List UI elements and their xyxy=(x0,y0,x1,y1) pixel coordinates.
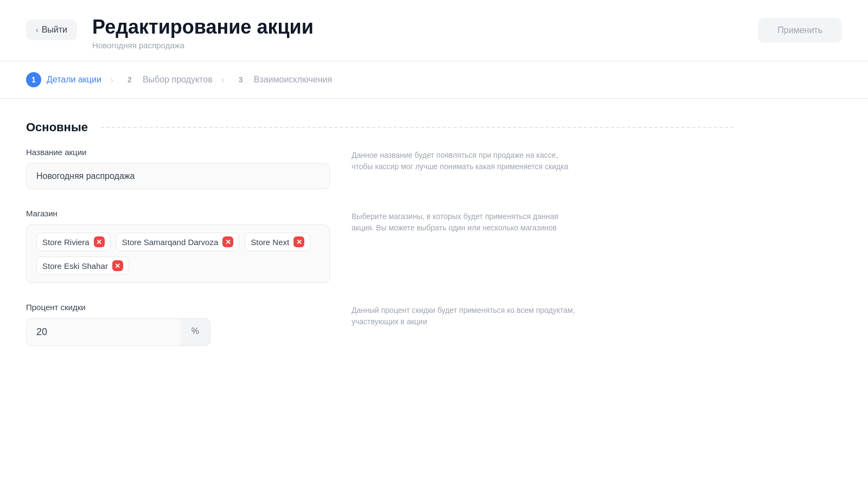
promo-name-field-left: Название акции xyxy=(26,147,330,189)
steps-bar: 1 Детали акции › 2 Выбор продуктов › 3 В… xyxy=(0,61,868,99)
tag-store-eski-name: Store Eski Shahar xyxy=(42,261,108,271)
tag-store-riviera-name: Store Riviera xyxy=(42,237,90,247)
page-subtitle: Новогодняя распродажа xyxy=(92,41,842,50)
step-3-number: 3 xyxy=(233,72,248,87)
back-label: Выйти xyxy=(42,25,67,35)
page-title: Редактирование акции xyxy=(92,15,842,38)
promo-name-hint: Данное название будет появляться при про… xyxy=(352,147,579,172)
step-3-label: Взаимоисключения xyxy=(254,75,333,85)
tag-store-samarqand: Store Samarqand Darvoza ✕ xyxy=(116,233,240,251)
discount-unit: % xyxy=(181,318,210,346)
step-3[interactable]: 3 Взаимоисключения xyxy=(233,72,333,87)
remove-store-riviera-button[interactable]: ✕ xyxy=(94,236,105,247)
discount-input-wrap: % xyxy=(26,318,210,346)
main-content: Основные Название акции Данное название … xyxy=(0,99,760,387)
apply-button[interactable]: Применить xyxy=(758,18,842,43)
promo-name-input[interactable] xyxy=(26,163,330,189)
discount-input[interactable] xyxy=(26,318,181,346)
tag-store-eski: Store Eski Shahar ✕ xyxy=(36,256,129,275)
tag-store-next: Store Next ✕ xyxy=(245,233,310,251)
step-2[interactable]: 2 Выбор продуктов xyxy=(122,72,213,87)
step-1-label: Детали акции xyxy=(47,75,101,85)
tag-store-next-name: Store Next xyxy=(251,237,289,247)
step-1[interactable]: 1 Детали акции xyxy=(26,72,101,87)
tag-store-samarqand-name: Store Samarqand Darvoza xyxy=(122,237,219,247)
discount-label: Процент скидки xyxy=(26,303,330,312)
store-field-left: Магазин Store Riviera ✕ Store Samarqand … xyxy=(26,209,330,283)
remove-store-samarqand-button[interactable]: ✕ xyxy=(222,236,233,247)
back-button[interactable]: ‹ Выйти xyxy=(26,20,77,40)
step-1-number: 1 xyxy=(26,72,41,87)
store-field-row: Магазин Store Riviera ✕ Store Samarqand … xyxy=(26,209,733,283)
page-header: ‹ Выйти Редактирование акции Новогодняя … xyxy=(0,0,868,61)
step-arrow-1: › xyxy=(110,74,113,86)
tag-store-riviera: Store Riviera ✕ xyxy=(36,233,111,251)
remove-store-eski-button[interactable]: ✕ xyxy=(112,260,123,271)
promo-name-field-row: Название акции Данное название будет поя… xyxy=(26,147,733,189)
step-2-label: Выбор продуктов xyxy=(143,75,213,85)
discount-hint: Данный процент скидки будет применяться … xyxy=(352,303,579,328)
discount-field-row: Процент скидки % Данный процент скидки б… xyxy=(26,303,733,346)
store-hint: Выберите магазины, в которых будет приме… xyxy=(352,209,579,234)
header-title-block: Редактирование акции Новогодняя распрода… xyxy=(92,15,842,50)
step-2-number: 2 xyxy=(122,72,137,87)
step-arrow-2: › xyxy=(221,74,225,86)
chevron-left-icon: ‹ xyxy=(36,25,39,34)
discount-field-left: Процент скидки % xyxy=(26,303,330,346)
remove-store-next-button[interactable]: ✕ xyxy=(293,236,304,247)
promo-name-label: Название акции xyxy=(26,147,330,157)
section-basics-title: Основные xyxy=(26,120,733,134)
store-label: Магазин xyxy=(26,209,330,218)
store-tags-input[interactable]: Store Riviera ✕ Store Samarqand Darvoza … xyxy=(26,224,330,283)
